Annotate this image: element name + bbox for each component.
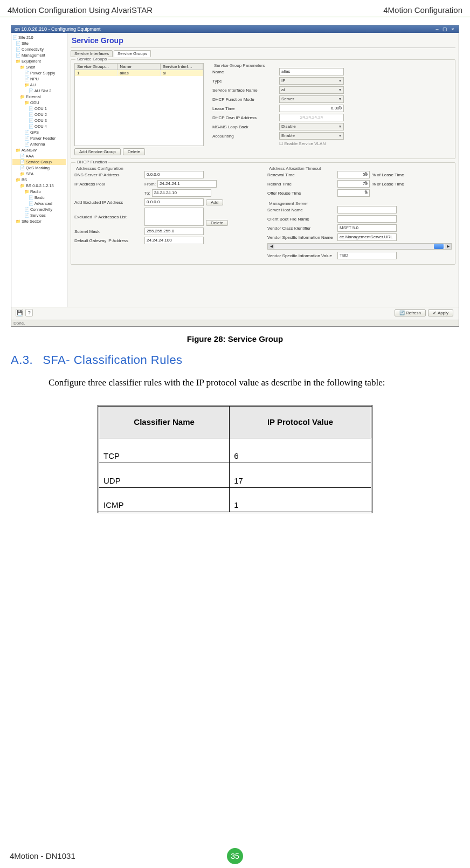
tree-item[interactable]: 📄 Services <box>12 212 66 218</box>
pool-label: IP Address Pool <box>74 182 144 187</box>
refresh-button[interactable]: 🔄 Refresh <box>395 309 426 316</box>
dns-input[interactable]: 0.0.0.0 <box>144 171 204 178</box>
delete-excluded-button[interactable]: Delete <box>206 220 228 226</box>
tree-item[interactable]: 📁 Equipment <box>12 58 66 64</box>
service-group-table[interactable]: Service Group… Name Service Interf… 1 al… <box>74 63 204 146</box>
tree-item[interactable]: 📁 BS 0.0.2.1.2.13 <box>12 183 66 189</box>
pool-from-input[interactable]: 24.24.24.1 <box>157 180 217 188</box>
th-sif: Service Interf… <box>161 64 203 70</box>
scroll-right-icon[interactable]: ▶ <box>445 244 451 249</box>
tree-item[interactable]: 📄 NPU <box>12 76 66 82</box>
scroll-thumb[interactable] <box>434 244 444 249</box>
tree-item[interactable]: 📁 BS <box>12 177 66 183</box>
addex-input[interactable]: 0.0.0.0 <box>144 198 204 206</box>
gw-input[interactable]: 24.24.24.100 <box>144 237 204 244</box>
tree-item[interactable]: 📄 Connectivity <box>12 206 66 212</box>
name-input[interactable]: alias <box>279 68 344 75</box>
vsval-input[interactable]: TBD <box>337 252 397 259</box>
table-row[interactable]: 1 alias al <box>75 70 203 76</box>
tree-item[interactable]: 📁 External <box>12 94 66 100</box>
section-number: A.3. <box>11 353 33 367</box>
tree-item[interactable]: 📄 Basic <box>12 195 66 201</box>
tree-item[interactable]: 📄 AAA <box>12 153 66 159</box>
shost-input[interactable] <box>337 206 397 213</box>
vclass-label: Vendor Class Identifier <box>267 226 337 231</box>
section-title: SFA- Classification Rules <box>43 353 182 367</box>
save-icon[interactable]: 💾 <box>16 309 23 316</box>
shost-label: Server Host Name <box>267 208 337 212</box>
tree-item[interactable]: 📄 ODU 3 <box>12 118 66 123</box>
tree-item[interactable]: 📄 ODU 4 <box>12 123 66 129</box>
vclass-input[interactable]: MSFT 5.0 <box>337 224 397 232</box>
cboot-input[interactable] <box>337 215 397 223</box>
scroll-left-icon[interactable]: ◀ <box>268 244 274 249</box>
service-groups-group: Service Groups Service Group… Name Servi… <box>71 59 455 159</box>
tree-item[interactable]: 📁 AU <box>12 82 66 88</box>
tree-item[interactable]: 📄 Site 210 <box>12 35 66 40</box>
tree-item[interactable]: 📁 ASNGW <box>12 147 66 153</box>
ownip-input[interactable]: 24.24.24.24 <box>279 114 344 121</box>
add-excluded-button[interactable]: Add <box>206 199 223 205</box>
tree-item[interactable]: 📁 Radio <box>12 189 66 195</box>
tree-item[interactable]: 📄 Antenna <box>12 141 66 147</box>
name-label: Name <box>212 70 277 74</box>
vsname-label: Vendor Specific Information Name <box>267 235 337 240</box>
maximize-icon[interactable]: ▢ <box>442 26 447 32</box>
help-icon[interactable]: ? <box>25 309 33 316</box>
tree-item[interactable]: 📄 ODU 1 <box>12 106 66 112</box>
sif-select[interactable]: al <box>279 86 344 94</box>
exlist-label: Excluded IP Addresses List <box>74 215 144 219</box>
to-label: To: <box>144 191 150 196</box>
tree-item[interactable]: 📄 GPS <box>12 129 66 135</box>
header-left: 4Motion Configuration Using AlvariSTAR <box>8 5 153 15</box>
header-right: 4Motion Configuration <box>383 5 462 15</box>
type-select[interactable]: IP <box>279 77 344 85</box>
offer-input[interactable]: 5 <box>337 189 370 197</box>
apply-button[interactable]: ✔ Apply <box>428 309 453 316</box>
tree-item[interactable]: 📁 ODU <box>12 100 66 106</box>
pool-to-input[interactable]: 24.24.24.10 <box>152 189 211 197</box>
tree-item[interactable]: 📁 SFA <box>12 171 66 177</box>
cell-value: 1 <box>230 487 372 512</box>
add-service-group-button[interactable]: Add Service Group <box>74 148 121 155</box>
tree-item[interactable]: 📄 AU Slot 2 <box>12 88 66 94</box>
app-screenshot: on 10.0.26.210 - Configuring Equipment –… <box>11 25 459 327</box>
vlan-checkbox[interactable]: ☐ Enable Service VLAN <box>279 141 326 146</box>
close-icon[interactable]: × <box>450 26 455 32</box>
vsname-input[interactable]: ce.ManagementServer.URL <box>337 233 397 241</box>
acct-select[interactable]: Enable <box>279 132 344 140</box>
renew-input[interactable]: 50 <box>337 171 370 178</box>
dhcpfm-select[interactable]: Server <box>279 95 344 103</box>
tree-item[interactable]: 📄 Site <box>12 40 66 46</box>
tree-item[interactable]: 📄 Management <box>12 52 66 58</box>
tabs: Service Interfaces Service Groups <box>71 50 455 57</box>
scrollbar[interactable]: ◀▶ <box>267 243 452 250</box>
excluded-list[interactable] <box>144 208 204 226</box>
tree-item[interactable]: 📄 Power Feeder <box>12 135 66 141</box>
tree-item[interactable]: 📄 QoS Marking <box>12 165 66 171</box>
tree-item[interactable]: 📄 Service Group <box>12 159 66 165</box>
cell-name: TCP <box>99 438 230 463</box>
footer-doc-id: 4Motion - DN1031 <box>10 851 75 860</box>
tree-item[interactable]: 📄 Power Supply <box>12 70 66 76</box>
tab-service-groups[interactable]: Service Groups <box>114 50 151 57</box>
tree-item[interactable]: 📄 Advanced <box>12 201 66 206</box>
loop-select[interactable]: Disable <box>279 123 344 130</box>
offer-label: Offer Reuse Time <box>267 191 337 196</box>
ownip-label: DHCP Own IP Address <box>212 115 277 120</box>
mask-label: Subnet Mask <box>74 229 144 234</box>
tree-item[interactable]: 📁 Shelf <box>12 64 66 70</box>
delete-button[interactable]: Delete <box>123 148 145 155</box>
table-row: TCP6 <box>99 438 372 463</box>
mask-input[interactable]: 255.255.255.0 <box>144 228 204 235</box>
tree-item[interactable]: 📄 Connectivity <box>12 46 66 52</box>
rebind-input[interactable]: 75 <box>337 180 370 188</box>
minimize-icon[interactable]: – <box>434 26 440 32</box>
tree-item[interactable]: 📁 Site Sector <box>12 218 66 224</box>
tree-item[interactable]: 📄 ODU 2 <box>12 112 66 118</box>
nav-tree[interactable]: 📄 Site 210📄 Site📄 Connectivity📄 Manageme… <box>11 33 67 315</box>
addex-label: Add Excluded IP Address <box>74 200 144 205</box>
section-heading: A.3.SFA- Classification Rules <box>11 353 459 367</box>
pct-label-2: % of Lease Time <box>372 182 404 187</box>
lease-input[interactable]: 6,000 <box>279 105 344 112</box>
